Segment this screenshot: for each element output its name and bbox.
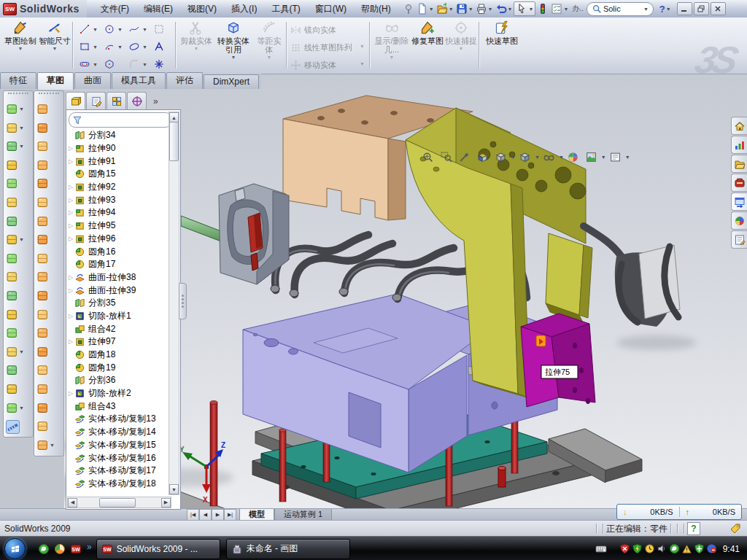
doc-tab-模型[interactable]: 模型 — [239, 509, 274, 521]
dropdown-icon[interactable]: ▼ — [468, 7, 473, 12]
extruded-cut-icon[interactable]: ▼ — [6, 122, 24, 134]
menu-item-文件(F)[interactable]: 文件(F) — [94, 1, 136, 18]
solidworks-quick-icon[interactable]: SW — [70, 543, 82, 555]
measure-icon[interactable] — [6, 420, 20, 434]
line-tool-icon[interactable] — [77, 22, 92, 36]
wrap-icon[interactable] — [6, 215, 18, 228]
boundary-surface-icon[interactable] — [36, 159, 49, 171]
scroll-up-button[interactable]: ▲ — [169, 112, 179, 122]
toolbar-grip[interactable] — [8, 93, 28, 98]
freeform-icon[interactable]: ▼ — [36, 439, 55, 451]
curve-icon[interactable]: ▼ — [6, 402, 24, 414]
display-style-icon[interactable] — [516, 149, 534, 165]
dropdown-icon[interactable]: ▼ — [142, 62, 147, 67]
expand-icon[interactable]: ▷ — [67, 158, 74, 165]
tab-DimXpert[interactable]: DimXpert — [204, 74, 259, 89]
tree-item[interactable]: ▷拉伸95 — [67, 219, 171, 233]
sync-icon[interactable] — [706, 543, 717, 554]
expand-icon[interactable]: ▷ — [67, 209, 74, 216]
security-center-icon[interactable] — [619, 543, 630, 554]
toolbar-overflow-label[interactable]: 办.. — [572, 4, 584, 14]
browser-quick-icon[interactable] — [54, 543, 66, 555]
tree-item[interactable]: ▷拉伸97 — [67, 335, 171, 349]
rebuild-icon[interactable] — [536, 2, 549, 15]
start-button[interactable] — [4, 538, 26, 559]
revolved-boss-icon[interactable] — [6, 177, 18, 190]
save-icon[interactable]: ▼ — [455, 2, 474, 15]
design-library-icon[interactable] — [731, 155, 747, 173]
select-icon[interactable]: ▼ — [514, 1, 535, 16]
knit-surface-icon[interactable] — [36, 364, 49, 376]
rapid-sketch-icon[interactable]: 快速草图 — [484, 20, 519, 70]
menu-item-工具(T)[interactable]: 工具(T) — [265, 1, 306, 18]
circle-tool-icon[interactable] — [102, 22, 117, 36]
dropdown-icon[interactable]: ▼ — [508, 7, 513, 12]
dropdown-icon[interactable]: ▼ — [117, 27, 123, 32]
help-dropdown-icon[interactable]: ▼ — [666, 7, 671, 12]
spline-tool-icon[interactable] — [127, 22, 142, 36]
dropdown-icon[interactable]: ▼ — [93, 27, 98, 32]
last-tab-button[interactable]: ▶| — [224, 509, 236, 521]
arc-tool-icon[interactable] — [102, 39, 117, 54]
filled-surface-icon[interactable] — [36, 177, 49, 190]
dome-icon[interactable] — [36, 420, 49, 432]
dropdown-icon[interactable]: ▼ — [563, 7, 568, 12]
task-button[interactable]: SWSolidWorks 2009 - ... — [96, 539, 220, 559]
panel-tabs-overflow[interactable]: » — [153, 96, 158, 106]
expand-icon[interactable]: ▷ — [67, 287, 74, 294]
extruded-boss-icon[interactable]: ▼ — [6, 103, 24, 115]
untrim-surface-icon[interactable] — [36, 346, 49, 358]
search-box[interactable]: ▼ — [587, 2, 654, 16]
file-explorer-icon[interactable] — [731, 192, 747, 211]
tree-item[interactable]: ▷拉伸96 — [67, 233, 171, 246]
configurationmanager-tab-icon[interactable] — [107, 92, 126, 110]
antivirus-icon[interactable] — [632, 543, 643, 554]
combine-bodies-icon[interactable] — [6, 252, 18, 265]
search-input[interactable] — [602, 4, 643, 14]
restore-button[interactable] — [694, 2, 709, 15]
fillet-feature-icon[interactable]: ▼ — [6, 140, 24, 152]
smart-dimension-icon[interactable]: 智能尺寸▼ — [38, 20, 71, 70]
tree-item[interactable]: 分割35 — [67, 297, 171, 310]
pin-icon[interactable] — [402, 2, 415, 15]
tree-horizontal-scrollbar[interactable]: ◀ ▶ — [67, 497, 171, 508]
dropdown-icon[interactable]: ▼ — [117, 44, 123, 50]
toolbar-grip[interactable] — [39, 93, 59, 98]
zoom-fit-icon[interactable] — [419, 149, 437, 165]
open-icon[interactable]: ▼ — [436, 2, 454, 15]
help-menu-button[interactable]: ? — [659, 4, 665, 15]
dropdown-icon[interactable]: ▼ — [429, 7, 434, 12]
tree-item[interactable]: 实体-移动/复制14 — [67, 426, 171, 439]
convert-entities-icon[interactable]: 转换实体引用▼ — [214, 20, 252, 70]
magnified-selection-icon[interactable] — [455, 149, 473, 165]
replace-face-icon[interactable] — [36, 308, 49, 321]
expand-icon[interactable]: ▷ — [67, 222, 74, 229]
extend-surface-icon[interactable] — [36, 271, 49, 283]
body-folder-icon[interactable] — [6, 308, 18, 321]
tree-vertical-scrollbar[interactable]: ▲ ▼ — [169, 112, 179, 495]
undo-icon[interactable]: ▼ — [495, 2, 514, 15]
linear-pattern-icon[interactable]: ▼ — [6, 233, 24, 246]
repair-sketch-icon[interactable]: 修复草图 — [411, 20, 444, 70]
propertymanager-tab-icon[interactable] — [86, 92, 106, 110]
part-slide-insert[interactable] — [521, 314, 595, 407]
section-view-icon[interactable] — [473, 149, 492, 165]
insert-feature-icon[interactable]: ▼ — [6, 346, 24, 358]
expand-icon[interactable]: ▷ — [67, 197, 74, 203]
expand-icon[interactable]: ▷ — [67, 184, 74, 190]
menu-item-编辑(E)[interactable]: 编辑(E) — [137, 1, 179, 18]
sketch-pencil-icon[interactable]: 草图绘制▼ — [4, 20, 36, 70]
tree-item[interactable]: ▷拉伸93 — [67, 193, 171, 206]
tree-item[interactable]: 圆角17 — [67, 258, 171, 271]
dropdown-icon[interactable]: ▼ — [488, 7, 493, 12]
dropdown-icon[interactable]: ▼ — [93, 62, 98, 67]
menu-item-插入(I)[interactable]: 插入(I) — [225, 1, 263, 18]
view-settings-icon[interactable] — [606, 149, 624, 165]
featuremanager-tab-icon[interactable] — [66, 92, 85, 110]
expand-icon[interactable]: ▷ — [67, 313, 74, 319]
dropdown-icon[interactable]: ▼ — [142, 27, 147, 32]
tree-item[interactable]: 实体-移动/复制16 — [67, 451, 171, 464]
minimize-button[interactable] — [677, 2, 692, 15]
ruled-surface-icon[interactable] — [36, 383, 49, 395]
move-copy-bodies-icon[interactable] — [6, 327, 18, 339]
